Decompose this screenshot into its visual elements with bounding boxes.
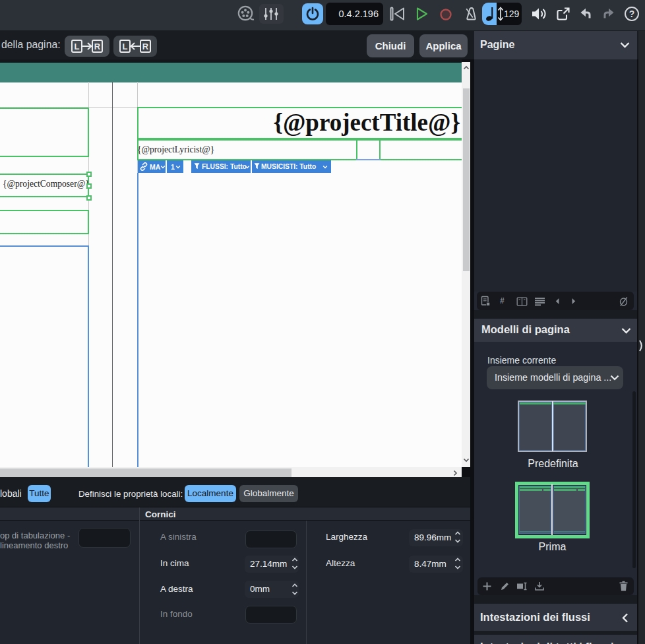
svg-text:R: R <box>142 42 149 51</box>
svg-text:?: ? <box>629 9 635 19</box>
svg-text:L: L <box>123 42 128 51</box>
svg-text:L: L <box>75 42 80 51</box>
svg-text:R: R <box>94 42 101 51</box>
